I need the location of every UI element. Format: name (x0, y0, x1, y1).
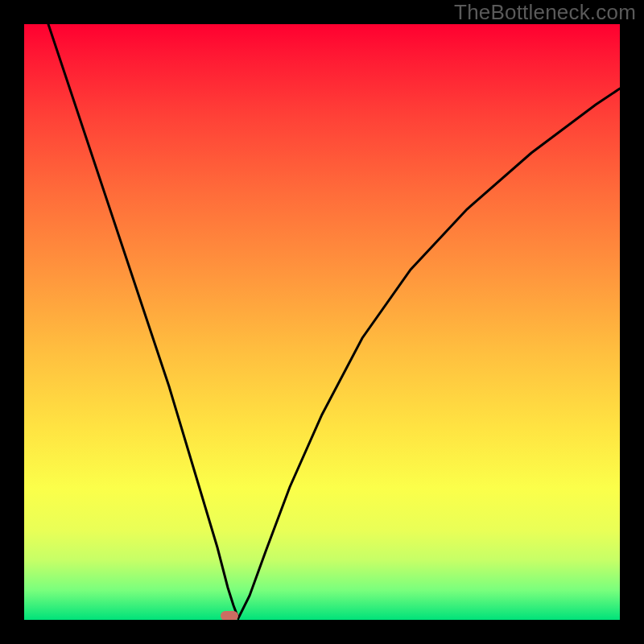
curve-path (48, 24, 620, 618)
plot-area (24, 24, 620, 620)
optimal-marker (221, 611, 238, 620)
bottleneck-curve (24, 24, 620, 620)
chart-frame: TheBottleneck.com (0, 0, 644, 644)
watermark-label: TheBottleneck.com (454, 0, 636, 25)
